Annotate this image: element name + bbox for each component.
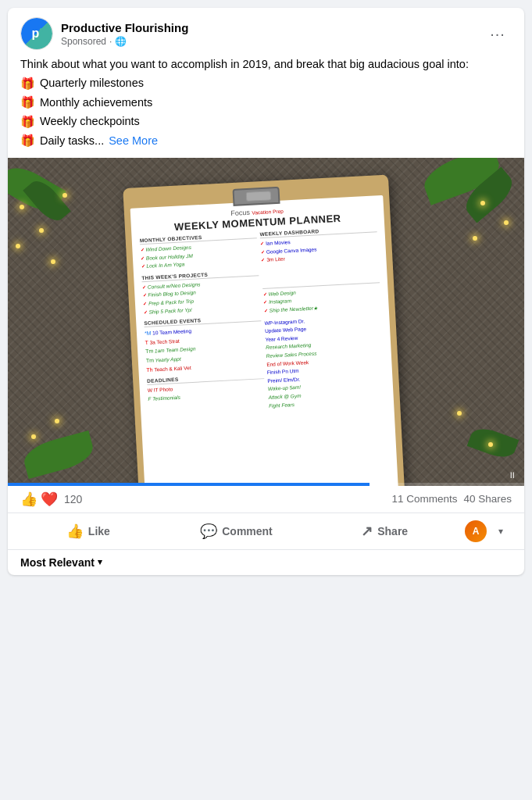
share-icon: ↗ — [361, 523, 373, 540]
sort-label: Most Relevant — [20, 556, 95, 569]
avatar-initials: pf — [21, 17, 52, 50]
love-reaction-icon: ❤️ — [41, 492, 58, 506]
comments-count[interactable]: 11 Comments — [391, 493, 457, 505]
like-reaction-icon: 👍 — [20, 492, 37, 506]
sort-row[interactable]: Most Relevant ▾ — [8, 550, 524, 575]
gift-emoji-3: 🎁 — [20, 113, 35, 131]
list-item-weekly: 🎁 Weekly checkpoints — [20, 113, 512, 131]
facebook-post-card: pf Productive Flourishing Sponsored · 🌐 … — [8, 8, 524, 575]
gift-emoji-2: 🎁 — [20, 94, 35, 112]
comment-icon: 💬 — [200, 523, 217, 540]
avatar[interactable]: pf — [20, 17, 53, 50]
quarterly-text: Quarterly milestones — [40, 75, 144, 92]
post-intro-text: Think about what you want to accomplish … — [20, 56, 512, 73]
like-button[interactable]: 👍 Like — [14, 516, 162, 546]
post-header: pf Productive Flourishing Sponsored · 🌐 … — [8, 8, 524, 56]
like-label: Like — [88, 525, 110, 538]
gift-emoji-1: 🎁 — [20, 75, 35, 93]
video-progress-bar[interactable] — [8, 483, 524, 486]
page-name[interactable]: Productive Flourishing — [61, 20, 188, 36]
post-image[interactable]: Focus Vacation Prep WEEKLY MOMENTUM PLAN… — [8, 158, 524, 486]
video-progress-fill — [8, 483, 370, 486]
right-projects-section: ✓Web Design ✓Instagram ✓Ship the Newslet… — [262, 276, 380, 316]
planner-paper: Focus Vacation Prep WEEKLY MOMENTUM PLAN… — [130, 195, 403, 486]
like-icon: 👍 — [66, 523, 84, 540]
sort-arrow-icon: ▾ — [98, 557, 102, 567]
comment-profile: A ▾ — [459, 516, 518, 546]
gift-emoji-4: 🎁 — [20, 132, 35, 150]
deadlines-section: DEADLINES W IT Photo F Testimonials — [147, 372, 265, 403]
weekly-text: Weekly checkpoints — [40, 113, 140, 130]
post-body: Think about what you want to accomplish … — [8, 56, 524, 158]
this-weeks-projects-section: THIS WEEK'S PROJECTS ✓Consult w/Neo Desi… — [141, 269, 261, 316]
page-info: Productive Flourishing Sponsored · 🌐 — [61, 20, 188, 47]
share-label: Share — [377, 525, 408, 538]
daily-text: Daily tasks... — [40, 133, 104, 150]
reactions-bar: 👍 ❤️ 120 11 Comments 40 Shares — [8, 486, 524, 513]
reaction-count: 120 — [64, 493, 82, 505]
share-button[interactable]: ↗ Share — [310, 516, 459, 546]
commenter-avatar: A — [465, 520, 487, 542]
paper-two-col: MONTHLY OBJECTIVES ✓Wind Down Designs ✓B… — [139, 225, 386, 420]
shares-count[interactable]: 40 Shares — [463, 493, 512, 505]
reaction-icons[interactable]: 👍 ❤️ 120 — [20, 492, 82, 506]
clipboard: Focus Vacation Prep WEEKLY MOMENTUM PLAN… — [123, 174, 409, 486]
action-bar: 👍 Like 💬 Comment ↗ Share A ▾ — [8, 513, 524, 550]
comment-button[interactable]: 💬 Comment — [162, 516, 311, 546]
left-column: MONTHLY OBJECTIVES ✓Wind Down Designs ✓B… — [139, 231, 266, 420]
page-identity: pf Productive Flourishing Sponsored · 🌐 — [20, 17, 188, 50]
comment-label: Comment — [222, 525, 273, 538]
page-meta: Sponsored · 🌐 — [61, 36, 188, 47]
more-options-button[interactable]: ··· — [484, 20, 512, 48]
scheduled-events-section: SCHEDULED EVENTS *M 10 Team Meeting T 3a… — [144, 314, 263, 374]
more-icon: ··· — [490, 25, 505, 43]
right-column: WEEKLY DASHBOARD ✓Ian Movies ✓Google Can… — [259, 225, 386, 414]
profile-chevron[interactable]: ▾ — [490, 520, 512, 542]
engagement-stats: 11 Comments 40 Shares — [391, 493, 512, 505]
monthly-text: Monthly achievements — [40, 95, 152, 112]
focus-value: Vacation Prep — [252, 208, 284, 215]
list-item-daily: 🎁 Daily tasks... See More — [20, 132, 512, 150]
right-extra-section: WP-Instagram Dr. Update Web Page Year 4 … — [264, 312, 386, 409]
list-item-monthly: 🎁 Monthly achievements — [20, 94, 512, 112]
monthly-objectives-section: MONTHLY OBJECTIVES ✓Wind Down Designs ✓B… — [139, 231, 258, 271]
dot-separator: · — [109, 36, 112, 47]
see-more-link[interactable]: See More — [109, 133, 158, 150]
list-item-quarterly: 🎁 Quarterly milestones — [20, 75, 512, 93]
video-pause-icon: ⏸ — [508, 470, 516, 480]
clipboard-scene: Focus Vacation Prep WEEKLY MOMENTUM PLAN… — [8, 158, 524, 486]
globe-icon: 🌐 — [115, 36, 127, 47]
weekly-dashboard-section: WEEKLY DASHBOARD ✓Ian Movies ✓Google Can… — [259, 225, 378, 265]
clipboard-clip — [232, 187, 280, 206]
sponsored-label: Sponsored — [61, 36, 106, 47]
